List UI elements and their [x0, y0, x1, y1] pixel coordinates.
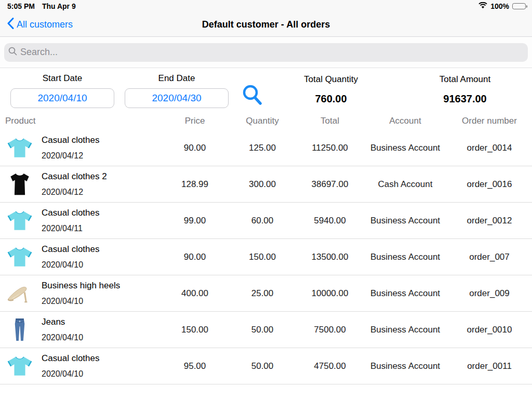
product-name: Jeans — [42, 317, 83, 327]
table-row[interactable]: Casual clothes 2 2020/04/12 128.99 300.0… — [0, 166, 532, 203]
navigation-bar: Default customer - All orders All custom… — [0, 12, 532, 37]
product-name: Business high heels — [42, 281, 120, 291]
order-date: 2020/04/11 — [42, 224, 100, 233]
start-date-input[interactable]: 2020/04/10 — [10, 88, 114, 108]
total-quantity-label: Total Quantity — [264, 74, 398, 85]
tshirt-cyan-icon — [5, 352, 34, 381]
high-heel-icon — [5, 279, 34, 308]
tshirt-cyan-icon — [5, 134, 34, 163]
product-name: Casual clothes — [42, 208, 100, 218]
table-row[interactable]: Jeans 2020/04/10 150.00 50.00 7500.00 Bu… — [0, 312, 532, 348]
total-value: 11250.00 — [296, 143, 364, 153]
search-icon — [8, 47, 17, 58]
battery-icon — [512, 3, 526, 9]
price-value: 150.00 — [161, 325, 229, 335]
start-date-label: Start Date — [10, 73, 114, 84]
total-value: 13500.00 — [296, 252, 364, 262]
order-date: 2020/04/10 — [42, 333, 83, 342]
end-date-input[interactable]: 2020/04/30 — [125, 88, 229, 108]
tshirt-black-icon — [5, 170, 34, 199]
order-number: order_007 — [447, 252, 532, 262]
account-name: Business Account — [364, 252, 447, 262]
status-bar: 5:05 PM Thu Apr 9 100% — [0, 0, 532, 12]
order-number: order_0014 — [447, 143, 532, 153]
column-header-product: Product — [0, 116, 161, 126]
order-date: 2020/04/10 — [42, 260, 100, 270]
column-header-order: Order number — [447, 116, 532, 126]
table-row[interactable]: Business high heels 2020/04/10 400.00 25… — [0, 275, 532, 312]
price-value: 99.00 — [161, 216, 229, 226]
total-value: 7500.00 — [296, 325, 364, 335]
filter-section: Start Date 2020/04/10 End Date 2020/04/3… — [0, 68, 532, 112]
table-row[interactable]: Casual clothes 2020/04/12 90.00 125.00 1… — [0, 130, 532, 166]
price-value: 400.00 — [161, 288, 229, 299]
product-name: Casual clothes — [42, 244, 100, 255]
account-name: Business Account — [364, 288, 447, 299]
account-name: Business Account — [364, 143, 447, 153]
account-name: Cash Account — [364, 179, 447, 190]
battery-percent: 100% — [490, 2, 509, 10]
quantity-value: 60.00 — [229, 216, 296, 226]
account-name: Business Account — [364, 325, 447, 335]
quantity-value: 50.00 — [229, 325, 296, 335]
status-date: Thu Apr 9 — [42, 2, 76, 10]
order-number: order_0012 — [447, 216, 532, 226]
tshirt-cyan-icon — [5, 206, 34, 235]
order-date: 2020/04/12 — [42, 188, 107, 197]
total-value: 38697.00 — [296, 179, 364, 190]
column-header-total: Total — [296, 116, 364, 126]
price-value: 90.00 — [161, 143, 229, 153]
table-header-row: Product Price Quantity Total Account Ord… — [0, 112, 532, 130]
chevron-left-icon — [7, 18, 14, 32]
status-time: 5:05 PM — [7, 2, 35, 10]
order-date: 2020/04/10 — [42, 297, 120, 306]
search-bar-section: Search... — [0, 37, 532, 68]
total-value: 10000.00 — [296, 288, 364, 299]
account-name: Business Account — [364, 361, 447, 371]
page-title: Default customer - All orders — [0, 19, 532, 30]
product-name: Casual clothes 2 — [42, 171, 107, 182]
order-date: 2020/04/10 — [42, 369, 100, 379]
jeans-icon — [5, 315, 34, 344]
order-number: order_009 — [447, 288, 532, 299]
search-magnifier-icon — [241, 84, 263, 108]
column-header-quantity: Quantity — [229, 116, 296, 126]
price-value: 128.99 — [161, 179, 229, 190]
search-placeholder: Search... — [20, 47, 58, 58]
order-number: order_0011 — [447, 361, 532, 371]
table-row[interactable]: Casual clothes 2020/04/10 95.00 50.00 47… — [0, 348, 532, 384]
search-input[interactable]: Search... — [4, 43, 528, 62]
product-name: Casual clothes — [42, 135, 100, 145]
product-name: Casual clothes — [42, 353, 100, 364]
order-number: order_0010 — [447, 325, 532, 335]
total-quantity-value: 760.00 — [264, 93, 398, 105]
wifi-icon — [478, 2, 487, 10]
column-header-account: Account — [364, 116, 447, 126]
table-row[interactable]: Casual clothes 2020/04/10 90.00 150.00 1… — [0, 239, 532, 275]
orders-list: Casual clothes 2020/04/12 90.00 125.00 1… — [0, 130, 532, 384]
table-row[interactable]: Casual clothes 2020/04/11 99.00 60.00 59… — [0, 203, 532, 239]
back-button[interactable]: All customers — [7, 18, 73, 32]
quantity-value: 50.00 — [229, 361, 296, 371]
end-date-label: End Date — [125, 73, 229, 84]
column-header-price: Price — [161, 116, 229, 126]
tshirt-cyan-icon — [5, 243, 34, 272]
account-name: Business Account — [364, 216, 447, 226]
price-value: 95.00 — [161, 361, 229, 371]
quantity-value: 150.00 — [229, 252, 296, 262]
order-number: order_0016 — [447, 179, 532, 190]
total-value: 4750.00 — [296, 361, 364, 371]
quantity-value: 300.00 — [229, 179, 296, 190]
price-value: 90.00 — [161, 252, 229, 262]
total-value: 5940.00 — [296, 216, 364, 226]
order-date: 2020/04/12 — [42, 151, 100, 161]
quantity-value: 25.00 — [229, 288, 296, 299]
quantity-value: 125.00 — [229, 143, 296, 153]
total-amount-label: Total Amount — [398, 74, 532, 85]
total-amount-value: 91637.00 — [398, 93, 532, 105]
back-button-label: All customers — [17, 19, 73, 30]
filter-search-button[interactable] — [240, 84, 264, 108]
